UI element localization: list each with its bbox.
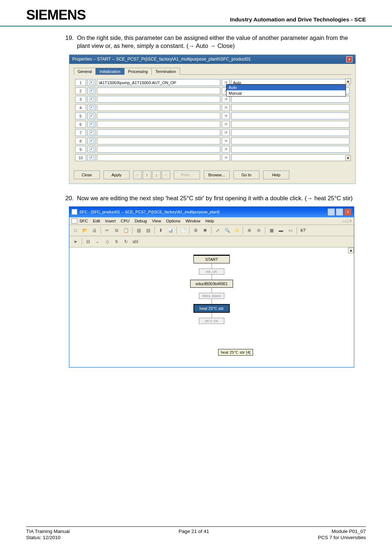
row-enable-checkbox[interactable] <box>87 154 95 161</box>
sfc-canvas[interactable]: ▲ START init_OK eductB003toR001 R001 350… <box>69 247 354 367</box>
tab-processing[interactable]: Processing <box>124 68 152 75</box>
whatsthis-icon[interactable]: k? <box>299 226 307 234</box>
sfc-transition-r001-350ml[interactable]: R001 350ml <box>199 293 224 299</box>
scroll-down-icon[interactable]: ▼ <box>345 155 351 161</box>
row-parameter-name[interactable] <box>97 121 220 128</box>
row-enable-checkbox[interactable] <box>87 112 95 119</box>
layout3-icon[interactable]: ▭ <box>286 226 294 234</box>
zoom2-icon[interactable]: ✨ <box>233 226 241 234</box>
paste-icon[interactable]: 📋 <box>122 226 130 234</box>
zoom-icon[interactable]: 🔍 <box>223 226 231 234</box>
new-icon[interactable]: □ <box>72 226 79 234</box>
menu-options[interactable]: Options <box>166 219 180 223</box>
row-parameter-name[interactable] <box>97 104 220 111</box>
row-value-field[interactable] <box>231 112 350 119</box>
row-enable-checkbox[interactable] <box>87 121 95 128</box>
help-button[interactable]: Help <box>263 171 289 179</box>
dropdown-option-manual[interactable]: Manual <box>226 90 346 96</box>
row-enable-checkbox[interactable] <box>87 87 95 94</box>
row-parameter-name[interactable] <box>97 87 220 94</box>
maximize-icon[interactable]: □ <box>336 208 343 216</box>
row-value-field[interactable] <box>231 96 350 103</box>
tool1-icon[interactable]: ⚙ <box>192 226 200 234</box>
arrow-up-button[interactable]: ↑ <box>143 171 151 179</box>
insert-loop-icon[interactable]: ↻ <box>122 238 130 246</box>
menu-edit[interactable]: Edit <box>93 219 100 223</box>
goto-button[interactable]: Go to <box>233 171 260 179</box>
layout2-icon[interactable]: ▬ <box>277 226 285 234</box>
row-enable-checkbox[interactable] <box>87 96 95 103</box>
sfc-step-heat-25c-stir[interactable]: heat 25°C stir <box>193 304 230 313</box>
close-button[interactable]: Close <box>74 171 100 179</box>
arrow-right-button[interactable]: → <box>162 171 170 179</box>
tool2-icon[interactable]: ✖ <box>201 226 209 234</box>
print-button[interactable]: Print... <box>174 171 200 179</box>
apply-button[interactable]: Apply <box>103 171 130 179</box>
row-parameter-name[interactable] <box>97 112 220 119</box>
menu-sfc[interactable]: SFC <box>79 219 88 223</box>
row-parameter-name[interactable] <box>97 154 220 161</box>
mdi-doc-icon[interactable] <box>72 218 77 223</box>
row-enable-checkbox[interactable] <box>87 104 95 111</box>
menu-help[interactable]: Help <box>205 219 214 223</box>
menu-window[interactable]: Window <box>185 219 200 223</box>
value-dropdown-list[interactable]: Auto Manual <box>226 84 346 97</box>
view2-icon[interactable]: ▤ <box>144 226 152 234</box>
scroll-up-icon[interactable]: ▲ <box>345 78 351 84</box>
tab-initialization[interactable]: Initialization <box>95 68 124 75</box>
arrow-down-button[interactable]: ↓ <box>152 171 161 179</box>
zoom-in-icon[interactable]: ⊕ <box>245 226 253 234</box>
tab-termination[interactable]: Termination <box>151 68 180 75</box>
row-enable-checkbox[interactable] <box>87 79 95 86</box>
insert-step-icon[interactable]: ⊟ <box>84 238 92 246</box>
row-value-field[interactable] <box>231 121 350 128</box>
download-icon[interactable]: ⬇ <box>157 226 165 234</box>
mdi-window-controls[interactable]: – □ × <box>343 219 352 223</box>
close-icon[interactable]: × <box>346 56 352 62</box>
zoom-out-icon[interactable]: ⊖ <box>255 226 263 234</box>
sfc-transition-init-ok[interactable]: init_OK <box>199 268 224 275</box>
row-parameter-name[interactable] <box>97 129 220 136</box>
insert-alt-icon[interactable]: ◇ <box>103 238 111 246</box>
row-enable-checkbox[interactable] <box>87 138 95 144</box>
row-enable-checkbox[interactable] <box>87 146 95 153</box>
menu-cpu[interactable]: CPU <box>121 219 130 223</box>
row-parameter-name[interactable] <box>97 96 220 103</box>
insert-parallel-icon[interactable]: ⫠ <box>94 238 102 246</box>
zoom-fit-icon[interactable]: ⤢ <box>214 226 222 234</box>
row-value-field[interactable] <box>231 129 350 136</box>
row-parameter-name[interactable] <box>97 138 220 144</box>
print-icon[interactable]: 🖨 <box>90 226 98 234</box>
row-value-field[interactable] <box>231 154 350 161</box>
row-value-field[interactable] <box>231 138 350 144</box>
sfc-step-eductb003tor001[interactable]: eductB003toR001 <box>190 280 233 288</box>
page-icon[interactable]: 📄 <box>179 226 187 234</box>
view1-icon[interactable]: ▥ <box>135 226 143 234</box>
dropdown-option-auto[interactable]: Auto <box>226 85 346 90</box>
open-icon[interactable]: 📂 <box>81 226 89 234</box>
row-parameter-name[interactable] <box>97 146 220 153</box>
row-enable-checkbox[interactable] <box>87 129 95 136</box>
row-value-field[interactable] <box>231 146 350 153</box>
sfc-step-start[interactable]: START <box>193 255 230 263</box>
insert-jump-icon[interactable]: ↯ <box>113 238 121 246</box>
copy-icon[interactable]: ⧉ <box>113 226 121 234</box>
layout1-icon[interactable]: ▦ <box>268 226 275 234</box>
close-icon[interactable]: × <box>344 208 352 216</box>
arrow-left-button[interactable]: ← <box>133 171 142 179</box>
browse-button[interactable]: Browse... <box>204 171 230 179</box>
minimize-icon[interactable]: – <box>327 208 335 216</box>
chart-icon[interactable]: 📊 <box>166 226 174 234</box>
insert-text-icon[interactable]: abl <box>131 238 139 246</box>
menu-debug[interactable]: Debug <box>135 219 147 223</box>
row-parameter-name[interactable]: \A1T1S003\pump_A1T1S003.AUT_ON_OP <box>97 79 220 86</box>
row-value-field[interactable] <box>231 104 350 111</box>
tab-general[interactable]: General <box>74 68 96 75</box>
sfc-transition-25c-ok[interactable]: 25°C OK <box>199 318 224 324</box>
cut-icon[interactable]: ✂ <box>103 226 111 234</box>
row-number: 2 <box>75 87 86 94</box>
scroll-up-icon[interactable]: ▲ <box>348 247 354 253</box>
pointer-icon[interactable]: ➤ <box>72 238 79 246</box>
menu-view[interactable]: View <box>152 219 161 223</box>
menu-insert[interactable]: Insert <box>105 219 116 223</box>
